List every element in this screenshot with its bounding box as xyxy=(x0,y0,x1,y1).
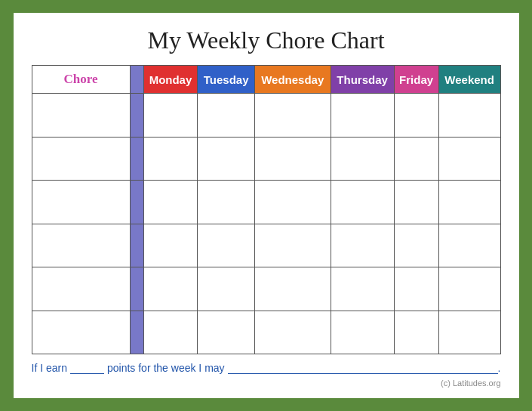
chore-cell[interactable] xyxy=(32,181,130,224)
day-cell[interactable] xyxy=(394,267,438,311)
day-cell[interactable] xyxy=(254,267,331,311)
day-cell[interactable] xyxy=(438,311,500,354)
table-row xyxy=(32,181,500,224)
blue-bar-cell xyxy=(130,181,143,224)
monday-header: Monday xyxy=(143,66,198,94)
day-cell[interactable] xyxy=(143,181,198,224)
wednesday-header: Wednesday xyxy=(254,66,331,94)
blue-bar-cell xyxy=(130,94,143,138)
chore-cell[interactable] xyxy=(32,267,130,311)
day-cell[interactable] xyxy=(438,137,500,181)
day-cell[interactable] xyxy=(198,181,254,224)
friday-header: Friday xyxy=(394,66,438,94)
day-cell[interactable] xyxy=(438,94,500,138)
header-row: Chore Monday Tuesday Wednesday Thursday … xyxy=(32,66,500,94)
day-cell[interactable] xyxy=(143,137,198,181)
day-cell[interactable] xyxy=(198,311,254,354)
day-cell[interactable] xyxy=(438,181,500,224)
day-cell[interactable] xyxy=(394,137,438,181)
footer-blank-short xyxy=(70,373,104,374)
day-cell[interactable] xyxy=(254,137,331,181)
footer-blank-long xyxy=(228,373,498,374)
tuesday-header: Tuesday xyxy=(198,66,254,94)
page-title: My Weekly Chore Chart xyxy=(147,26,384,54)
day-cell[interactable] xyxy=(143,267,198,311)
table-row xyxy=(32,224,500,267)
day-cell[interactable] xyxy=(198,137,254,181)
footer-text1: If I earn xyxy=(32,362,67,374)
table-row xyxy=(32,94,500,138)
table-body xyxy=(32,94,500,354)
day-cell[interactable] xyxy=(438,267,500,311)
chart-wrapper: Chore Monday Tuesday Wednesday Thursday … xyxy=(32,65,501,354)
day-cell[interactable] xyxy=(331,224,394,267)
footer-line: If I earn points for the week I may . xyxy=(32,362,501,374)
chore-cell[interactable] xyxy=(32,137,130,181)
thursday-header: Thursday xyxy=(331,66,394,94)
day-cell[interactable] xyxy=(394,181,438,224)
day-cell[interactable] xyxy=(254,311,331,354)
weekend-header: Weekend xyxy=(438,66,500,94)
day-cell[interactable] xyxy=(438,224,500,267)
page: My Weekly Chore Chart Chore Monday Tuesd… xyxy=(14,13,519,398)
day-cell[interactable] xyxy=(143,311,198,354)
chore-cell[interactable] xyxy=(32,224,130,267)
day-cell[interactable] xyxy=(331,267,394,311)
day-cell[interactable] xyxy=(254,224,331,267)
day-cell[interactable] xyxy=(198,224,254,267)
day-cell[interactable] xyxy=(331,311,394,354)
table-row xyxy=(32,311,500,354)
footer-text2: points for the week I may xyxy=(107,362,225,374)
table-row xyxy=(32,137,500,181)
footer-period: . xyxy=(498,362,501,374)
day-cell[interactable] xyxy=(143,224,198,267)
chore-cell[interactable] xyxy=(32,311,130,354)
blue-bar-cell xyxy=(130,311,143,354)
day-cell[interactable] xyxy=(198,267,254,311)
blue-bar-cell xyxy=(130,224,143,267)
day-cell[interactable] xyxy=(254,181,331,224)
chore-cell[interactable] xyxy=(32,94,130,138)
day-cell[interactable] xyxy=(331,137,394,181)
blue-bar-header xyxy=(130,66,143,94)
day-cell[interactable] xyxy=(394,224,438,267)
day-cell[interactable] xyxy=(394,94,438,138)
copyright: (c) Latitudes.org xyxy=(32,379,501,388)
chore-table: Chore Monday Tuesday Wednesday Thursday … xyxy=(32,65,501,354)
day-cell[interactable] xyxy=(394,311,438,354)
day-cell[interactable] xyxy=(331,181,394,224)
day-cell[interactable] xyxy=(143,94,198,138)
footer: If I earn points for the week I may . (c… xyxy=(32,362,501,388)
table-row xyxy=(32,267,500,311)
day-cell[interactable] xyxy=(198,94,254,138)
blue-bar-cell xyxy=(130,137,143,181)
chore-header: Chore xyxy=(32,66,130,94)
day-cell[interactable] xyxy=(254,94,331,138)
blue-bar-cell xyxy=(130,267,143,311)
day-cell[interactable] xyxy=(331,94,394,138)
